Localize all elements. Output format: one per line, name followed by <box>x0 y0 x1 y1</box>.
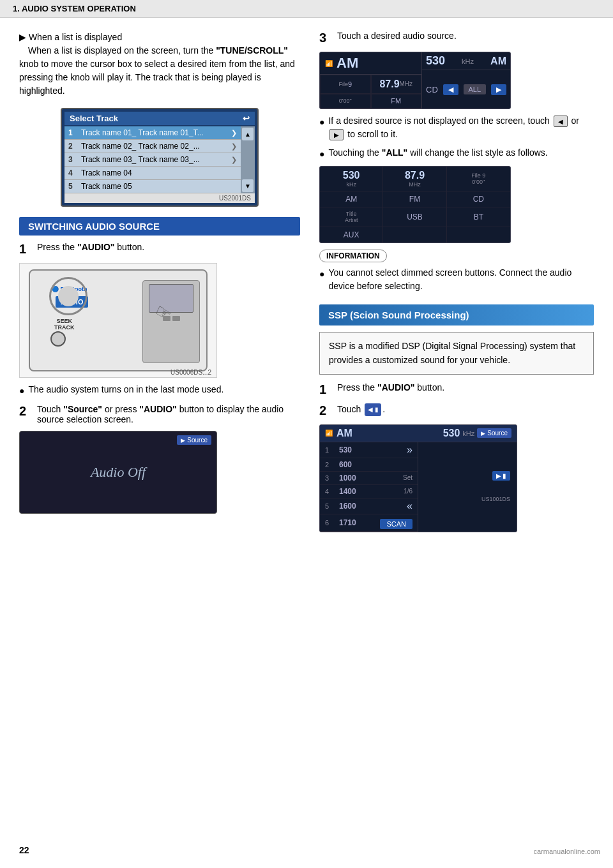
ssp-step2-body: Touch ◀ ▮. <box>337 403 594 416</box>
ssp-source-icon[interactable]: ▶ ▮ <box>491 470 511 482</box>
ls2-cell-empty1 <box>383 227 446 243</box>
ssp-channel-6[interactable]: 6 1710 SCAN <box>320 514 418 532</box>
ls2-row3: Title Artist USB BT <box>320 207 510 227</box>
track-item[interactable]: 1 Track name 01_ Track name 01_T... ❯ <box>64 126 241 140</box>
track-item[interactable]: 4 Track name 04 <box>64 167 241 180</box>
all-btn[interactable]: ALL <box>464 84 487 94</box>
freq2-unit: kHz <box>462 57 474 65</box>
am-right-bottom: CD ◀ ALL ▶ <box>422 70 510 108</box>
select-track-back-icon[interactable]: ↩ <box>243 114 250 123</box>
ls2-cell-530khz: 530 kHz <box>320 167 383 191</box>
scroll-left-icon[interactable]: ◀ <box>554 116 568 127</box>
scroll-up-button[interactable]: ▲ <box>242 128 254 140</box>
ssp-signal-icon: 📶 <box>325 430 333 437</box>
set-label: Set <box>403 474 412 481</box>
scroll-down-button[interactable]: ▼ <box>242 179 254 192</box>
freq-unit: MHz <box>400 80 413 87</box>
ssp-step1-section: 1 Press the "AUDIO" button. <box>319 382 594 397</box>
ssp-freq-unit: kHz <box>462 430 474 437</box>
ssp-screen-content: 1 530 » 2 600 3 1000 Set 4 <box>320 442 517 532</box>
audio-off-screen: ▶ Source Audio Off <box>19 431 217 514</box>
select-track-screen: Select Track ↩ 1 Track name 01_ Track na… <box>61 108 259 207</box>
page-header: 1. AUDIO SYSTEM OPERATION <box>0 0 613 18</box>
track-list-wrapper: 1 Track name 01_ Track name 01_T... ❯ 2 … <box>64 126 255 193</box>
ssp-step1-number: 1 <box>319 382 335 397</box>
car-diagram: 🔵 Bluetooth AUDIO SEEKTRACK <box>19 263 217 378</box>
am-left-top: 📶 AM <box>320 52 421 75</box>
ls2-cell-aux[interactable]: AUX <box>320 227 383 243</box>
list-style-screen: 530 kHz 87.9 MHz File 9 0'00" AM FM <box>319 166 511 243</box>
car-interior: 🔵 Bluetooth AUDIO SEEKTRACK <box>29 269 208 371</box>
seek-track-label: SEEKTRACK <box>54 318 75 331</box>
ssp-am-label: AM <box>337 428 352 439</box>
ls2-cell-am[interactable]: AM <box>320 191 383 207</box>
img-label-us2001: US2001DS <box>64 193 255 203</box>
ssp-step2-section: 2 Touch ◀ ▮. <box>319 403 594 418</box>
am-left-bottom: File 9 87.9 MHz 0'00" FM <box>320 75 421 108</box>
ls2-cell-fm[interactable]: FM <box>383 191 446 207</box>
ssp-channel-2[interactable]: 2 600 <box>320 458 418 472</box>
ssp-description: SSP is a modified DSP (Digital Signal Pr… <box>319 332 594 375</box>
step1-body: Press the "AUDIO" button. <box>37 242 300 252</box>
img-label-us1001: US1001DS <box>480 495 511 504</box>
left-column: ▶ When a list is displayed When a list i… <box>19 31 300 537</box>
ls2-cell-879mhz: 87.9 MHz <box>383 167 446 191</box>
ls2-cell-cd[interactable]: CD <box>447 191 510 207</box>
scroll-col: ▲ ▼ <box>241 126 255 193</box>
ssp-channel-3[interactable]: 3 1000 Set <box>320 472 418 485</box>
step2-number: 2 <box>19 404 34 419</box>
switching-audio-source-banner: SWITCHING AUDIO SOURCE <box>19 217 300 236</box>
ssp-step1-body: Press the "AUDIO" button. <box>337 382 594 393</box>
fm-cell: FM <box>371 94 422 109</box>
ssp-right-panel: ▶ ▮ US1001DS <box>418 442 517 532</box>
step3-section: 3 Touch a desired audio source. <box>319 31 594 45</box>
bullet-intro-text1: When a list is displayed <box>29 32 122 42</box>
step1-number: 1 <box>19 242 34 257</box>
freq-cell: 87.9 MHz <box>371 75 422 94</box>
step3-body: Touch a desired audio source. <box>337 31 594 41</box>
ssp-step2-number: 2 <box>319 403 335 418</box>
step2-body: Touch "Source" or press "AUDIO" button t… <box>37 404 300 424</box>
bullet-intro-body: When a list is displayed on the screen, … <box>19 45 295 96</box>
track-item[interactable]: 3 Track name 03_ Track name 03_... ❯ <box>64 153 241 167</box>
am-fm-top-screen: 📶 AM File 9 87.9 MHz 0'00" FM <box>319 52 511 109</box>
information-section: INFORMATION ● You cannot select dimmed s… <box>319 250 594 293</box>
nav-left-icon: « <box>407 500 412 512</box>
am-left-panel: 📶 AM File 9 87.9 MHz 0'00" FM <box>320 52 422 108</box>
ls2-cell-empty2 <box>447 227 510 243</box>
ssp-radio-screen: 📶 AM 530 kHz ▶ Source 1 530 <box>319 424 517 532</box>
track-list: 1 Track name 01_ Track name 01_T... ❯ 2 … <box>64 126 241 193</box>
audio-off-text: Audio Off <box>91 464 146 481</box>
information-badge: INFORMATION <box>319 250 387 262</box>
time-cell: 0'00" <box>320 94 371 109</box>
source-button-top[interactable]: ▶ Source <box>177 435 211 445</box>
track-item[interactable]: 2 Track name 02_ Track name 02_... ❯ <box>64 140 241 153</box>
info-bullet: ● You cannot select dimmed screen button… <box>319 266 594 293</box>
knob-circle[interactable] <box>50 331 66 347</box>
nav-left-btn[interactable]: ◀ <box>443 84 458 95</box>
page-label: 1/6 <box>404 488 412 495</box>
am-right-panel: 530 kHz AM CD ◀ ALL ▶ <box>422 52 510 108</box>
ls2-cell-bt[interactable]: BT <box>447 207 510 227</box>
ssp-channel-5[interactable]: 5 1600 « <box>320 498 418 514</box>
console-btn[interactable] <box>172 316 180 321</box>
right-column: 3 Touch a desired audio source. 📶 AM Fil… <box>319 31 594 537</box>
track-item[interactable]: 5 Track name 05 <box>64 180 241 193</box>
ls2-row4: AUX <box>320 227 510 243</box>
file-cell: File 9 <box>320 75 371 94</box>
am-right-top: 530 kHz AM <box>422 52 510 70</box>
scroll-right-icon[interactable]: ▶ <box>329 129 344 140</box>
scan-button[interactable]: SCAN <box>380 519 412 529</box>
step3-number: 3 <box>319 31 335 45</box>
am-label: AM <box>337 55 358 71</box>
ssp-screen-header: 📶 AM 530 kHz ▶ Source <box>320 425 517 442</box>
ssp-header-right: 530 kHz ▶ Source <box>443 428 511 439</box>
ls2-cell-usb[interactable]: USB <box>383 207 446 227</box>
img-label-car: US0006DS...2 <box>170 369 211 376</box>
scroll-bullet: ● If a desired source is not displayed o… <box>319 114 594 141</box>
ssp-channel-1[interactable]: 1 530 » <box>320 442 418 458</box>
nav-right-btn[interactable]: ▶ <box>491 84 506 95</box>
touch-icon[interactable]: ◀ ▮ <box>365 403 381 416</box>
ssp-source-button[interactable]: ▶ Source <box>477 428 511 438</box>
ssp-channel-4[interactable]: 4 1400 1/6 <box>320 485 418 498</box>
